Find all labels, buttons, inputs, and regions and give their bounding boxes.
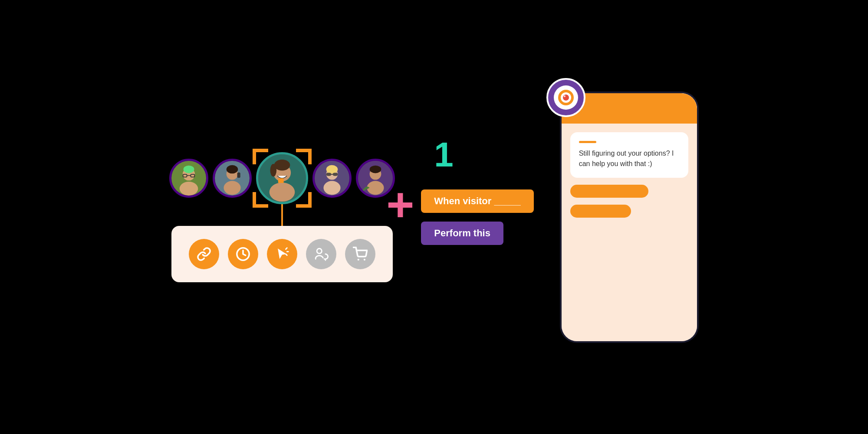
chat-bubble: Still figuring out your options? I can h… [570, 132, 688, 178]
avatar-2[interactable] [213, 159, 252, 198]
bracket-tl [253, 149, 268, 164]
avatar-5[interactable] [356, 159, 395, 198]
svg-line-30 [286, 248, 287, 249]
svg-point-21 [326, 165, 338, 173]
bracket-bl [253, 192, 268, 208]
svg-point-41 [564, 95, 566, 97]
chat-accent [579, 141, 596, 143]
svg-rect-11 [237, 172, 240, 177]
svg-point-34 [358, 258, 359, 260]
svg-point-10 [227, 165, 238, 173]
svg-point-33 [317, 248, 322, 253]
svg-point-15 [274, 159, 290, 170]
svg-rect-22 [326, 173, 332, 176]
cart-icon[interactable] [345, 239, 375, 269]
svg-point-2 [180, 182, 198, 196]
phone-inner: Still figuring out your options? I can h… [562, 93, 697, 341]
svg-point-9 [224, 181, 241, 195]
scene: 1 + When visitor _____ Perform this [0, 0, 868, 434]
connector-line [281, 204, 283, 226]
clock-icon[interactable] [228, 239, 258, 269]
user-refresh-icon[interactable] [306, 239, 336, 269]
left-section [169, 152, 395, 282]
svg-point-3 [184, 165, 194, 173]
avatar-1[interactable] [169, 159, 208, 198]
bot-avatar [546, 78, 585, 117]
trigger-badge: When visitor _____ [421, 189, 533, 213]
svg-line-32 [286, 254, 287, 255]
bracket-br [296, 192, 312, 208]
svg-point-14 [270, 183, 295, 202]
action-badge: Perform this [421, 222, 503, 245]
teal-decoration: 1 [434, 137, 454, 172]
svg-rect-17 [278, 178, 284, 183]
action-panel [171, 226, 393, 282]
avatar-3-selected[interactable] [256, 152, 308, 204]
bracket-tr [296, 149, 312, 164]
svg-point-35 [364, 258, 365, 260]
phone-body: Still figuring out your options? I can h… [562, 124, 697, 226]
svg-rect-23 [333, 173, 338, 176]
response-pill-1[interactable] [570, 185, 648, 198]
avatar-4[interactable] [312, 159, 352, 198]
svg-point-40 [563, 95, 569, 101]
phone-mockup: Still figuring out your options? I can h… [560, 91, 699, 343]
middle-section: 1 + When visitor _____ Perform this [421, 189, 533, 245]
cursor-icon[interactable] [267, 239, 297, 269]
svg-point-28 [370, 165, 381, 173]
avatar-row [169, 152, 395, 204]
response-pill-2[interactable] [570, 205, 631, 218]
link-icon[interactable] [189, 239, 219, 269]
svg-point-16 [270, 164, 277, 176]
svg-point-20 [324, 181, 341, 195]
main-container: 1 + When visitor _____ Perform this [169, 91, 698, 343]
